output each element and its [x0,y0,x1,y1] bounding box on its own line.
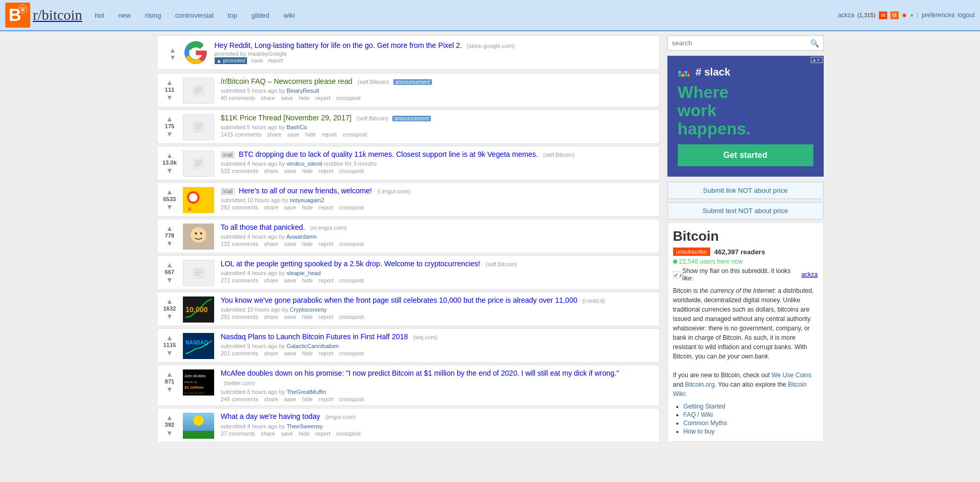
promoted-upvote[interactable]: ▲ [169,46,177,54]
comments-link[interactable]: 27 comments [221,430,255,437]
post-title-link[interactable]: Nasdaq Plans to Launch Bitcoin Futures i… [221,332,408,341]
comments-link[interactable]: 532 comments [221,168,258,174]
upvote-btn[interactable]: ▲ [166,115,173,122]
save-link[interactable]: save [287,131,299,138]
downvote-btn[interactable]: ▼ [166,276,173,283]
logout-link[interactable]: logout [958,11,975,19]
downvote-btn[interactable]: ▼ [166,313,173,320]
post-title-link[interactable]: $11K Price Thread [November 29, 2017] [221,114,352,122]
share-link[interactable]: share [264,314,279,320]
comments-link[interactable]: 272 comments [221,277,258,283]
share-link[interactable]: share [267,131,282,138]
nav-hot[interactable]: hot [93,10,106,20]
comments-link[interactable]: 201 comments [221,350,258,356]
hide-link[interactable]: hide [299,430,310,437]
hide-link[interactable]: hide [302,396,313,402]
author-link[interactable]: TheeSweensy [287,423,323,429]
share-link[interactable]: share [261,95,276,101]
hide-link[interactable]: hide [302,314,313,320]
upvote-btn[interactable]: ▲ [166,188,173,195]
crosspost-link[interactable]: crosspost [339,204,364,211]
crosspost-link[interactable]: crosspost [336,430,361,437]
post-title-link[interactable]: /r/Bitcoin FAQ – Newcomers please read [221,77,353,85]
nav-wiki[interactable]: wiki [281,10,297,20]
promoted-tag[interactable]: ▲ promoted [215,57,247,64]
share-link[interactable]: share [264,350,279,356]
upvote-btn[interactable]: ▲ [166,298,173,305]
downvote-btn[interactable]: ▼ [166,203,173,211]
author-link[interactable]: Auwardamn [286,233,317,240]
report-link[interactable]: report [318,314,333,320]
save-link[interactable]: save [284,241,296,247]
report-link[interactable]: report [318,277,333,283]
crosspost-link[interactable]: crosspost [336,95,361,101]
crosspost-link[interactable]: crosspost [339,241,364,247]
author-link[interactable]: GalacticCannibalism [287,343,339,349]
submit-link-button[interactable]: Submit link NOT about price [667,182,824,199]
hide-link[interactable]: hide [302,241,313,247]
wiki-link-myths[interactable]: Common Myths [684,419,727,427]
report-link[interactable]: report [322,131,337,138]
report-link[interactable]: report [318,396,333,402]
promoted-title-link[interactable]: Hey Reddit, Long-lasting battery for lif… [215,41,462,50]
hide-link[interactable]: hide [302,204,313,211]
downvote-btn[interactable]: ▼ [166,130,173,138]
promoted-downvote[interactable]: ▼ [169,54,177,61]
post-title-link[interactable]: BTC dropping due to lack of quality 11k … [239,150,538,158]
mail-icon[interactable]: ✉ [879,11,887,19]
hide-link[interactable]: hide [302,168,313,174]
logo-link[interactable]: B r/bitcoin [5,3,82,28]
crosspost-link[interactable]: crosspost [339,350,364,356]
comments-link[interactable]: 40 comments [221,95,255,101]
report-link[interactable]: report [318,350,333,356]
upvote-btn[interactable]: ▲ [166,152,173,159]
post-title-link[interactable]: To all those that panicked. [221,223,305,231]
post-title-link[interactable]: What a day we're having today [221,412,320,421]
crosspost-link[interactable]: crosspost [339,396,364,402]
upvote-btn[interactable]: ▲ [166,414,173,421]
author-link[interactable]: BashCo [287,124,307,130]
downvote-btn[interactable]: ▼ [166,240,173,247]
downvote-btn[interactable]: ▼ [166,386,173,393]
share-link[interactable]: share [264,168,279,174]
slack-cta-button[interactable]: Get started [678,144,813,166]
save-link[interactable]: save [284,396,296,402]
search-input[interactable] [668,36,806,50]
report-link[interactable]: report [318,204,333,211]
username-link[interactable]: ackza [838,11,854,19]
author-link[interactable]: TheGreatMuffin [287,389,326,395]
comments-link[interactable]: 291 comments [221,314,258,320]
save-link[interactable]: save [284,277,296,283]
mod-icon[interactable]: M [890,11,899,19]
share-link[interactable]: share [264,241,279,247]
hide-link[interactable]: hide [302,350,313,356]
save-link[interactable]: save [284,204,296,211]
crosspost-link[interactable]: crosspost [339,314,364,320]
save-link[interactable]: save [281,430,293,437]
save-link[interactable]: save [284,168,296,174]
downvote-btn[interactable]: ▼ [166,94,173,101]
nav-top[interactable]: top [226,10,239,20]
promoted-save[interactable]: save [251,57,263,64]
unsubscribe-button[interactable]: unsubscribe [673,248,710,256]
share-link[interactable]: share [261,430,276,437]
wiki-link-getting-started[interactable]: Getting Started [684,403,726,410]
downvote-btn[interactable]: ▼ [166,429,173,437]
post-title-link[interactable]: LOL at the people getting spooked by a 2… [221,259,480,268]
hide-link[interactable]: hide [302,277,313,283]
author-link[interactable]: notyouagain2 [290,197,324,203]
nav-rising[interactable]: rising [143,10,163,20]
downvote-btn[interactable]: ▼ [166,167,173,174]
save-link[interactable]: save [281,95,293,101]
crosspost-link[interactable]: crosspost [339,168,364,174]
comments-link[interactable]: 282 comments [221,204,258,211]
hide-link[interactable]: hide [299,95,310,101]
upvote-btn[interactable]: ▲ [166,225,173,232]
post-title-link[interactable]: You know we've gone parabolic when the f… [221,296,578,304]
reddit-icon[interactable]: ● [902,10,907,20]
crosspost-link[interactable]: crosspost [339,277,364,283]
comments-link[interactable]: 1415 comments [221,131,262,138]
save-link[interactable]: save [284,350,296,356]
we-use-coins-link[interactable]: We Use Coins [772,372,811,379]
report-link[interactable]: report [315,95,330,101]
